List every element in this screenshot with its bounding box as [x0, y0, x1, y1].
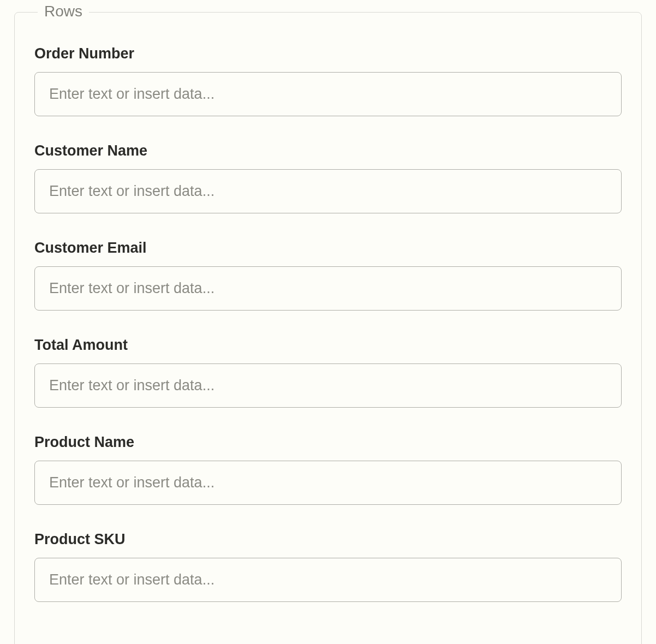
input-product-sku[interactable] [34, 558, 622, 602]
form-group-product-sku: Product SKU [34, 531, 622, 602]
rows-fieldset: Rows Order Number Customer Name Customer… [14, 12, 642, 644]
label-order-number: Order Number [34, 45, 622, 62]
form-group-product-name: Product Name [34, 434, 622, 505]
form-group-order-number: Order Number [34, 45, 622, 116]
label-product-name: Product Name [34, 434, 622, 451]
input-order-number[interactable] [34, 72, 622, 116]
input-product-name[interactable] [34, 461, 622, 505]
label-total-amount: Total Amount [34, 337, 622, 354]
input-customer-name[interactable] [34, 169, 622, 213]
form-group-customer-name: Customer Name [34, 142, 622, 213]
label-customer-email: Customer Email [34, 240, 622, 257]
label-customer-name: Customer Name [34, 142, 622, 159]
input-customer-email[interactable] [34, 266, 622, 311]
form-group-total-amount: Total Amount [34, 337, 622, 408]
label-product-sku: Product SKU [34, 531, 622, 548]
fieldset-legend: Rows [38, 3, 89, 20]
input-total-amount[interactable] [34, 363, 622, 408]
form-group-customer-email: Customer Email [34, 240, 622, 311]
